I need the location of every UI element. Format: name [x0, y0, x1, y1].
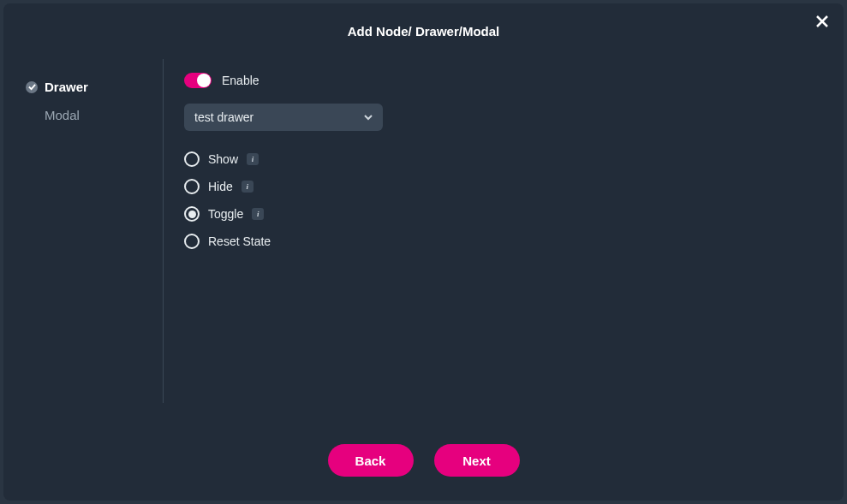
- sidebar: Drawer Modal: [3, 52, 163, 427]
- back-button[interactable]: Back: [328, 444, 414, 477]
- radio-icon: [184, 151, 200, 167]
- option-show[interactable]: Show i: [184, 151, 823, 167]
- option-label: Hide: [208, 180, 233, 193]
- info-icon[interactable]: i: [252, 208, 264, 220]
- modal-title: Add Node/ Drawer/Modal: [3, 3, 844, 49]
- modal-footer: Back Next: [3, 427, 844, 501]
- radio-icon: [184, 206, 200, 222]
- enable-toggle[interactable]: [184, 73, 212, 88]
- toggle-knob: [197, 74, 211, 87]
- content-panel: Enable test drawer Show i Hide i Toggle …: [164, 52, 844, 427]
- add-node-modal: Add Node/ Drawer/Modal Drawer Modal Enab…: [3, 3, 844, 501]
- sidebar-item-label: Drawer: [45, 80, 88, 94]
- option-label: Toggle: [208, 207, 243, 221]
- option-reset-state[interactable]: Reset State: [184, 234, 823, 249]
- option-label: Show: [208, 152, 238, 166]
- chevron-down-icon: [364, 113, 373, 122]
- radio-icon: [184, 234, 200, 249]
- info-icon[interactable]: i: [247, 153, 259, 165]
- sidebar-item-label: Modal: [45, 108, 80, 122]
- option-toggle[interactable]: Toggle i: [184, 206, 823, 222]
- option-label: Reset State: [208, 234, 271, 248]
- check-icon: [26, 81, 38, 93]
- close-button[interactable]: [813, 12, 832, 31]
- select-value: test drawer: [194, 110, 254, 124]
- radio-icon: [184, 179, 200, 194]
- enable-label: Enable: [222, 74, 259, 87]
- drawer-select[interactable]: test drawer: [184, 104, 383, 131]
- sidebar-item-modal[interactable]: Modal: [26, 101, 163, 129]
- close-icon: [814, 14, 830, 29]
- bullet-placeholder: [26, 110, 38, 122]
- next-button[interactable]: Next: [434, 444, 520, 477]
- modal-body: Drawer Modal Enable test drawer Show: [3, 49, 844, 427]
- option-hide[interactable]: Hide i: [184, 179, 823, 194]
- sidebar-item-drawer[interactable]: Drawer: [26, 73, 163, 101]
- info-icon[interactable]: i: [242, 181, 254, 193]
